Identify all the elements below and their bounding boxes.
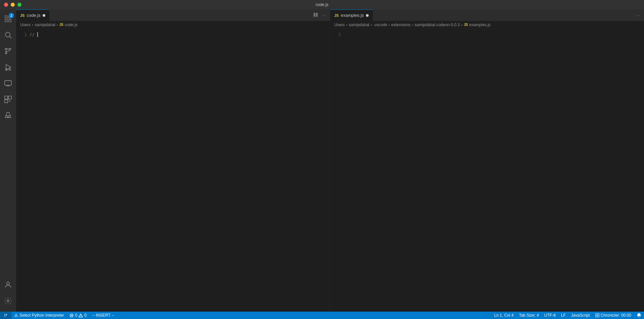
explorer-badge: 2 xyxy=(9,13,14,18)
breadcrumb-sep-1: › xyxy=(32,22,33,27)
activity-bar-bottom xyxy=(0,277,16,312)
left-editor-pane: JS code.js ··· xyxy=(16,9,330,312)
sidebar-item-account[interactable] xyxy=(0,277,16,293)
bc-samipdahal-right[interactable]: samipdahal xyxy=(349,22,369,27)
status-extension[interactable]: Chronicler: 00:00 xyxy=(593,312,634,319)
right-code-editor[interactable]: 1 xyxy=(330,29,644,312)
right-editor-pane: JS examples.js ··· Users › samipdahal › xyxy=(330,9,644,312)
line-number-1-right: 1 xyxy=(330,31,341,38)
sidebar-item-run-debug[interactable] xyxy=(0,59,16,75)
status-insert-mode[interactable]: -- INSERT -- xyxy=(89,312,117,319)
close-button[interactable] xyxy=(4,3,8,7)
svg-point-16 xyxy=(7,300,9,302)
tabs-container: JS code.js ··· xyxy=(16,9,644,312)
tab-dirty-indicator-right xyxy=(366,14,369,17)
language-label: JavaScript xyxy=(571,313,590,318)
code-content-left[interactable]: // xyxy=(30,29,330,312)
tab-code-js[interactable]: JS code.js xyxy=(16,9,50,21)
svg-rect-17 xyxy=(314,13,315,17)
status-git-branch[interactable] xyxy=(0,312,11,319)
status-language[interactable]: JavaScript xyxy=(569,312,593,319)
bc-extensions[interactable]: extensions xyxy=(391,22,411,27)
tab-js-icon: JS xyxy=(20,13,24,17)
left-tab-bar: JS code.js ··· xyxy=(16,9,330,21)
bc-vscode[interactable]: .vscode xyxy=(373,22,387,27)
error-count: 0 xyxy=(75,313,77,318)
editor-area: JS code.js ··· xyxy=(16,9,644,312)
left-code-editor[interactable]: 1 // xyxy=(16,29,330,312)
line-numbers-left: 1 xyxy=(16,29,30,312)
svg-line-1 xyxy=(10,37,12,39)
status-bar-left: Select Python Interpreter 0 0 -- INSERT … xyxy=(0,312,117,319)
minimize-button[interactable] xyxy=(11,3,15,7)
status-tab-size[interactable]: Tab Size: 4 xyxy=(516,312,541,319)
bell-icon xyxy=(637,313,641,318)
bc-js-icon-right: JS xyxy=(464,23,468,27)
sidebar-item-testing[interactable] xyxy=(0,107,16,124)
line-numbers-right: 1 xyxy=(330,29,344,312)
tab-size-label: Tab Size: 4 xyxy=(519,313,539,318)
code-content-right[interactable] xyxy=(344,29,644,312)
svg-point-3 xyxy=(9,48,11,50)
tab-examples-js[interactable]: JS examples.js xyxy=(330,9,373,21)
line-ending-label: LF xyxy=(561,313,566,318)
svg-rect-22 xyxy=(595,314,599,317)
maximize-button[interactable] xyxy=(17,3,21,7)
svg-point-4 xyxy=(5,52,7,54)
code-comment: // xyxy=(30,32,37,37)
tab-filename: code.js xyxy=(26,13,40,18)
extension-label: Chronicler: 00:00 xyxy=(601,313,631,318)
activity-bar: 2 xyxy=(0,9,16,312)
breadcrumb-users[interactable]: Users xyxy=(20,22,31,27)
svg-point-0 xyxy=(5,32,10,37)
svg-point-14 xyxy=(8,117,9,118)
sidebar-item-settings[interactable] xyxy=(0,293,16,309)
svg-rect-18 xyxy=(316,13,318,17)
status-line-ending[interactable]: LF xyxy=(558,312,569,319)
right-tab-actions: ··· xyxy=(632,9,644,21)
more-actions-button-right[interactable]: ··· xyxy=(635,12,641,18)
position-label: Ln 1, Col 4 xyxy=(494,313,514,318)
breadcrumb-filename[interactable]: code.js xyxy=(65,22,77,27)
left-breadcrumb: Users › samipdahal › JS code.js xyxy=(16,21,330,29)
more-actions-button[interactable]: ··· xyxy=(321,12,327,18)
status-python-interpreter[interactable]: Select Python Interpreter xyxy=(11,312,67,319)
sidebar-item-source-control[interactable] xyxy=(0,43,16,59)
status-errors-warnings[interactable]: 0 0 xyxy=(67,312,89,319)
svg-rect-8 xyxy=(5,81,11,85)
breadcrumb-sep-2: › xyxy=(57,22,58,27)
bc-codeon[interactable]: samipdahal.codeon-0.0.3 xyxy=(415,22,460,27)
status-notifications[interactable] xyxy=(634,312,644,319)
sidebar-item-extensions[interactable] xyxy=(0,91,16,107)
svg-rect-13 xyxy=(5,100,8,103)
ellipsis-icon-right: ··· xyxy=(636,13,640,18)
git-branch-icon xyxy=(3,313,8,318)
breadcrumb-samipdahal[interactable]: samipdahal xyxy=(35,22,55,27)
right-breadcrumb: Users › samipdahal › .vscode › extension… xyxy=(330,21,644,29)
split-editor-button[interactable] xyxy=(312,11,320,19)
insert-mode-label: -- INSERT -- xyxy=(92,313,114,318)
bc-users-right[interactable]: Users xyxy=(334,22,345,27)
sidebar-item-search[interactable] xyxy=(0,27,16,43)
breadcrumb-js-icon: JS xyxy=(59,23,63,27)
sidebar-item-explorer[interactable]: 2 xyxy=(0,11,16,27)
bc-examples-js[interactable]: examples.js xyxy=(469,22,490,27)
svg-point-7 xyxy=(9,69,11,71)
status-position[interactable]: Ln 1, Col 4 xyxy=(491,312,516,319)
sidebar-item-remote-explorer[interactable] xyxy=(0,75,16,91)
status-bar-right: Ln 1, Col 4 Tab Size: 4 UTF-8 LF JavaScr… xyxy=(491,312,644,319)
svg-point-23 xyxy=(596,315,598,316)
status-encoding[interactable]: UTF-8 xyxy=(542,312,558,319)
tab-filename-right: examples.js xyxy=(341,13,364,18)
svg-rect-11 xyxy=(5,96,8,99)
warning-count-icon xyxy=(78,313,83,318)
error-icon xyxy=(69,313,74,318)
text-cursor xyxy=(37,32,38,37)
warning-icon xyxy=(14,313,18,317)
left-tab-actions: ··· xyxy=(309,9,330,21)
svg-point-15 xyxy=(7,282,9,285)
right-tab-bar: JS examples.js ··· xyxy=(330,9,644,21)
ellipsis-icon: ··· xyxy=(322,13,326,18)
encoding-label: UTF-8 xyxy=(544,313,556,318)
svg-rect-12 xyxy=(8,96,11,99)
